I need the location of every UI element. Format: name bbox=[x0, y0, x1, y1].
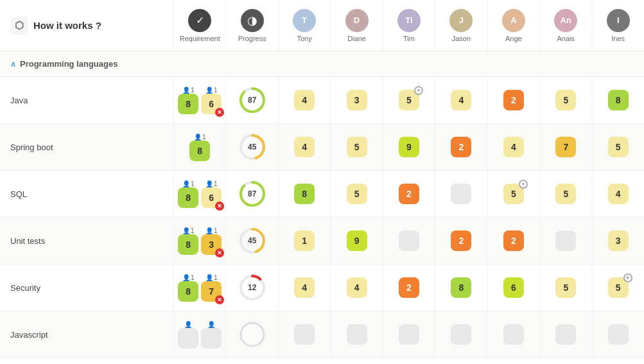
col-header-progress: ◑ Progress bbox=[225, 0, 277, 51]
section-header[interactable]: ∧ Programming languages bbox=[0, 51, 644, 77]
person-score: 4 bbox=[608, 184, 629, 204]
cell-score-3: 4 bbox=[435, 77, 487, 123]
cell-score-5: 5 bbox=[539, 77, 591, 123]
person-score: 4 bbox=[451, 90, 471, 110]
cell-score-3: 2 bbox=[435, 124, 487, 170]
cell-score-1: 5 bbox=[330, 124, 382, 170]
data-row: Javascript 👤 👤 bbox=[0, 311, 644, 358]
person-score: 8 bbox=[451, 277, 471, 298]
col-header-ines: I Ines bbox=[592, 0, 644, 51]
person-score: 5 + bbox=[399, 90, 419, 110]
cell-score-2: 2 bbox=[383, 171, 435, 217]
avatar-anais: An bbox=[554, 9, 577, 32]
person-score: 5 bbox=[555, 277, 576, 298]
cell-requirement: 👤1 8 👤1 6 ✕ bbox=[173, 171, 225, 217]
data-row: Spring boot 👤1 8 45 4 5 9 2 4 7 5 bbox=[0, 124, 644, 171]
cell-requirement: 👤1 8 👤1 6 ✕ bbox=[173, 77, 225, 123]
cell-score-5: 7 bbox=[539, 124, 591, 170]
person-icon-2: 👤 bbox=[205, 180, 213, 187]
score-empty bbox=[399, 230, 419, 251]
avatar-tim: Ti bbox=[397, 9, 421, 32]
score-empty bbox=[503, 324, 524, 345]
plus-badge: + bbox=[519, 180, 528, 189]
requirement-cell: 👤1 8 👤1 3 ✕ bbox=[178, 227, 222, 255]
cell-score-3 bbox=[435, 311, 487, 358]
cell-score-5: 5 bbox=[539, 264, 591, 311]
cell-score-1: 3 bbox=[330, 77, 382, 123]
req-badge-1: 👤1 8 bbox=[178, 180, 198, 208]
red-x-badge: ✕ bbox=[215, 202, 224, 211]
person-score: 4 bbox=[294, 277, 315, 298]
cell-score-5: 5 bbox=[539, 171, 591, 217]
cell-progress: 12 bbox=[225, 264, 277, 311]
cell-score-0: 1 bbox=[278, 218, 330, 264]
data-row: Java 👤1 8 👤1 6 ✕ 87 4 3 5 + 4 bbox=[0, 77, 644, 124]
person-score: 4 bbox=[503, 137, 524, 157]
cell-score-4: 4 bbox=[487, 124, 539, 170]
person-score: 5 bbox=[608, 137, 629, 157]
requirement-cell: 👤1 8 👤1 6 ✕ bbox=[178, 87, 222, 114]
header-row: ⬡ How it works ? ✓ Requirement ◑ Progres… bbox=[0, 0, 644, 51]
req-score-1: 8 bbox=[178, 94, 198, 114]
score-empty bbox=[555, 324, 576, 345]
req-badge-1: 👤1 8 bbox=[189, 134, 210, 161]
cell-score-2: 5 + bbox=[383, 77, 435, 123]
person-score: 2 bbox=[451, 137, 471, 157]
avatar-tony: T bbox=[293, 9, 316, 32]
col-header-diane: D Diane bbox=[330, 0, 382, 51]
cell-requirement: 👤1 8 👤1 3 ✕ bbox=[173, 218, 225, 264]
col-header-anais: An Anais bbox=[539, 0, 591, 51]
data-row: SQL 👤1 8 👤1 6 ✕ 87 8 5 2 5 + 5 bbox=[0, 171, 644, 218]
cell-score-4: 6 bbox=[487, 264, 539, 311]
req-badge-2: 👤1 6 ✕ bbox=[201, 180, 222, 208]
score-empty bbox=[608, 324, 629, 345]
cell-score-3: 2 bbox=[435, 218, 487, 264]
person-score: 4 bbox=[294, 137, 315, 157]
score-empty bbox=[399, 324, 419, 345]
rows-container: Java 👤1 8 👤1 6 ✕ 87 4 3 5 + 4 bbox=[0, 77, 644, 358]
progress-circle: 12 bbox=[238, 273, 266, 302]
cell-score-2 bbox=[383, 218, 435, 264]
cell-progress: 45 bbox=[225, 124, 277, 170]
req-score-1: 8 bbox=[178, 281, 198, 302]
req-badge-2: 👤1 3 ✕ bbox=[201, 227, 222, 255]
col-header-ange: A Ange bbox=[487, 0, 539, 51]
cell-score-0 bbox=[278, 311, 330, 358]
header-title: ⬡ How it works ? bbox=[0, 17, 173, 35]
cell-score-1: 4 bbox=[330, 264, 382, 311]
person-score: 1 bbox=[294, 230, 315, 251]
col-header-tony: T Tony bbox=[278, 0, 330, 51]
person-score: 4 bbox=[347, 277, 367, 298]
person-score: 2 bbox=[451, 230, 471, 251]
requirement-cell: 👤1 8 bbox=[189, 134, 210, 161]
cell-score-6: 8 bbox=[592, 77, 644, 123]
req-badge-2-empty: 👤 bbox=[201, 321, 222, 349]
progress-circle-empty bbox=[238, 320, 266, 349]
req-badge-2: 👤1 6 ✕ bbox=[201, 87, 222, 114]
red-x-badge: ✕ bbox=[215, 108, 224, 117]
cell-score-1 bbox=[330, 311, 382, 358]
avatar-diane: D bbox=[345, 9, 369, 32]
progress-circle: 87 bbox=[238, 180, 266, 208]
person-icon: 👤 bbox=[182, 180, 190, 187]
score-empty bbox=[555, 230, 576, 251]
avatar-ange: A bbox=[502, 9, 525, 32]
cell-score-3: 8 bbox=[435, 264, 487, 311]
req-score-1: 8 bbox=[178, 187, 198, 208]
req-score-1: 8 bbox=[178, 234, 198, 255]
req-score-2: 7 ✕ bbox=[201, 281, 222, 302]
person-score: 5 bbox=[347, 184, 367, 204]
person-score: 3 bbox=[608, 230, 629, 251]
row-label: SQL bbox=[0, 189, 173, 199]
avatar-jason: J bbox=[449, 9, 473, 32]
requirement-cell: 👤 👤 bbox=[178, 321, 222, 349]
person-score: 5 + bbox=[608, 277, 629, 298]
score-empty bbox=[347, 324, 367, 345]
person-score: 2 bbox=[503, 90, 524, 110]
red-x-badge: ✕ bbox=[215, 248, 224, 257]
app-icon: ⬡ bbox=[10, 17, 28, 35]
progress-circle: 45 bbox=[238, 227, 266, 255]
person-score: 6 bbox=[503, 277, 524, 298]
person-icon: 👤 bbox=[182, 274, 190, 281]
cell-score-5 bbox=[539, 311, 591, 358]
